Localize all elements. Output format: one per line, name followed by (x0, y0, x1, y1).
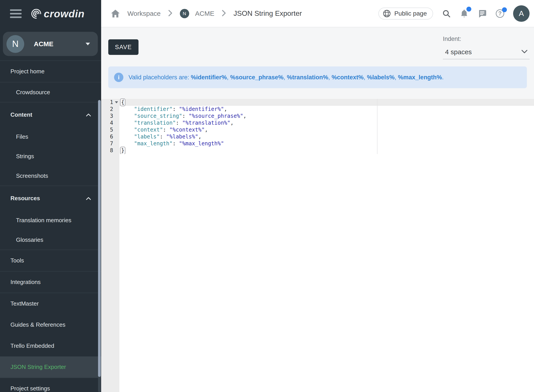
sidebar-nav: Project homeCrowdsourceContentFilesStrin… (0, 61, 101, 392)
home-icon[interactable] (111, 9, 120, 18)
line-number: 6 (101, 133, 119, 140)
code-token-plain: , (224, 106, 227, 112)
code-line-text: "labels": "%labels%", (119, 133, 534, 140)
sidebar-scrollbar-thumb[interactable] (98, 100, 101, 377)
sidebar-item-label: TextMaster (10, 300, 39, 307)
sidebar-item-label: Files (16, 133, 28, 140)
sidebar-item-tools[interactable]: Tools (0, 250, 101, 271)
editor-line[interactable]: 7 "max_length": "%max_length%" (101, 140, 534, 147)
code-token-plain: , (230, 120, 234, 126)
code-token-plain (121, 120, 134, 126)
editor-line[interactable]: 1{ (101, 99, 534, 106)
sidebar-item-screenshots[interactable]: Screenshots (0, 166, 101, 186)
breadcrumb-project[interactable]: ACME (195, 10, 215, 17)
project-selector[interactable]: N ACME (3, 32, 98, 56)
chevron-up-icon (86, 111, 91, 118)
crowdin-logo-text: crowdin (44, 8, 84, 20)
chevron-down-icon (521, 49, 528, 55)
sidebar-item-label: Crowdsource (16, 89, 50, 96)
sidebar-item-integrations[interactable]: Integrations (0, 271, 101, 293)
public-page-label: Public page (394, 10, 427, 17)
editor-line[interactable]: 5 "context": "%context%", (101, 126, 534, 133)
indent-value: 4 spaces (445, 48, 472, 56)
code-token-key: "source_string" (134, 113, 182, 119)
code-line-text: "context": "%context%", (119, 126, 534, 133)
chevron-right-icon (168, 9, 173, 18)
sidebar-item-project-settings[interactable]: Project settings (0, 378, 101, 392)
sidebar-item-label: Strings (16, 153, 34, 160)
notifications-button[interactable] (460, 9, 469, 19)
code-token-plain: : (173, 140, 179, 147)
help-button[interactable]: ? (496, 9, 504, 18)
main-content: SAVE Indent: 4 spaces i Valid placeholde… (101, 28, 534, 392)
code-line-text: "max_length": "%max_length%" (119, 140, 534, 147)
code-token-plain: : (173, 106, 179, 112)
code-line-text: } (119, 147, 534, 154)
sidebar-item-project-home[interactable]: Project home (0, 61, 101, 82)
topbar: Workspace N ACME JSON String Exporter (101, 0, 534, 27)
editor-empty-area[interactable] (101, 154, 534, 392)
code-token-brace: } (121, 147, 125, 154)
code-token-plain: : (182, 113, 189, 119)
editor-line[interactable]: 8} (101, 147, 534, 154)
code-token-plain (121, 127, 134, 133)
sidebar-item-content[interactable]: Content (0, 103, 101, 127)
sidebar-item-guides-references[interactable]: Guides & References (0, 314, 101, 335)
code-token-key: "max_length" (134, 140, 173, 147)
placeholder-token: %identifier% (191, 74, 227, 81)
sidebar-item-textmaster[interactable]: TextMaster (0, 293, 101, 314)
sidebar-item-resources[interactable]: Resources (0, 186, 101, 210)
placeholder-token: %labels% (367, 74, 395, 81)
hamburger-menu-icon[interactable] (10, 7, 22, 20)
messages-button[interactable] (478, 9, 487, 18)
editor-line[interactable]: 2 "identifier": "%identifier%", (101, 106, 534, 113)
help-dot (502, 7, 507, 12)
code-token-plain: , (243, 113, 246, 119)
info-icon: i (114, 73, 123, 82)
project-avatar: N (6, 35, 24, 53)
line-number: 5 (101, 126, 119, 133)
info-banner: i Valid placeholders are: %identifier%, … (108, 66, 527, 88)
sidebar-item-label: Trello Embedded (10, 342, 54, 349)
code-line-text: "source_string": "%source_phrase%", (119, 113, 534, 120)
editor-line[interactable]: 6 "labels": "%labels%", (101, 133, 534, 140)
sidebar-item-trello-embedded[interactable]: Trello Embedded (0, 335, 101, 356)
sidebar-item-glossaries[interactable]: Glossaries (0, 230, 101, 250)
chevron-right-icon (222, 9, 226, 18)
sidebar-item-label: Glossaries (16, 236, 43, 243)
code-editor[interactable]: 1{2 "identifier": "%identifier%",3 "sour… (101, 99, 534, 392)
indent-select[interactable]: 4 spaces (443, 46, 529, 59)
save-button[interactable]: SAVE (108, 39, 139, 55)
user-avatar[interactable]: A (513, 5, 529, 22)
code-line-text: { (119, 99, 534, 106)
public-page-button[interactable]: Public page (378, 8, 433, 19)
code-token-plain (121, 134, 134, 140)
code-token-key: "labels" (134, 134, 160, 140)
code-token-plain (121, 140, 134, 147)
crowdin-logo-icon (30, 8, 42, 19)
code-token-str: "%context%" (169, 127, 205, 133)
sidebar-item-strings[interactable]: Strings (0, 146, 101, 166)
sidebar-item-translation-memories[interactable]: Translation memories (0, 210, 101, 230)
search-button[interactable] (442, 9, 451, 18)
notification-dot (466, 7, 471, 12)
sidebar-item-files[interactable]: Files (0, 127, 101, 146)
code-token-key: "context" (134, 127, 163, 133)
sidebar-item-json-string-exporter[interactable]: JSON String Exporter (0, 356, 101, 378)
code-line-text: "translation": "%translation%", (119, 120, 534, 126)
placeholder-token: %max_length% (398, 74, 442, 81)
fold-caret-icon[interactable] (115, 101, 118, 103)
gutter-filler (101, 154, 119, 392)
crowdin-logo[interactable]: crowdin (30, 8, 84, 20)
editor-line[interactable]: 3 "source_string": "%source_phrase%", (101, 113, 534, 120)
code-line-text: "identifier": "%identifier%", (119, 106, 534, 113)
code-token-plain: : (163, 127, 169, 133)
breadcrumb-workspace[interactable]: Workspace (127, 10, 161, 17)
sidebar-item-crowdsource[interactable]: Crowdsource (0, 82, 101, 102)
globe-icon (383, 9, 391, 18)
toolbar: SAVE Indent: 4 spaces (101, 39, 534, 55)
code-token-str: "%max_length%" (179, 140, 224, 147)
indent-label: Indent: (443, 36, 529, 42)
code-token-plain: , (205, 127, 208, 133)
editor-line[interactable]: 4 "translation": "%translation%", (101, 120, 534, 126)
